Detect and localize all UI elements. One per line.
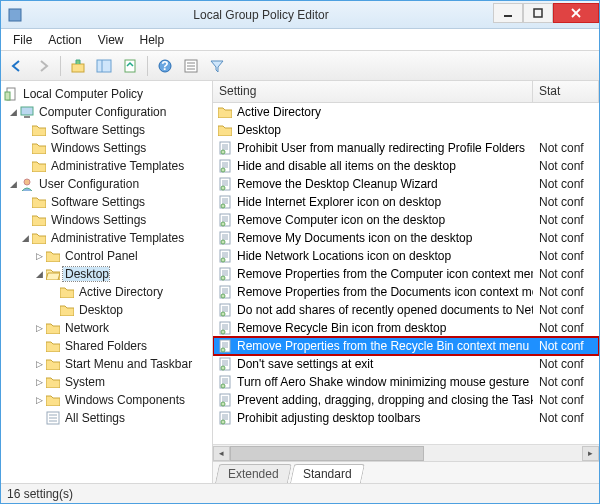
collapse-arrow-icon[interactable]: ▷ — [33, 323, 45, 333]
tree-cc-admin[interactable]: Administrative Templates — [1, 157, 212, 175]
list-item[interactable]: Desktop — [213, 121, 599, 139]
scroll-right-button[interactable]: ▸ — [582, 446, 599, 461]
list-item[interactable]: Remove Recycle Bin icon from desktopNot … — [213, 319, 599, 337]
tree-all-settings[interactable]: All Settings — [1, 409, 212, 427]
user-icon — [19, 176, 35, 192]
tab-standard[interactable]: Standard — [290, 464, 365, 483]
scroll-left-button[interactable]: ◂ — [213, 446, 230, 461]
list-item[interactable]: Don't save settings at exitNot conf — [213, 355, 599, 373]
list-item[interactable]: Remove My Documents icon on the desktopN… — [213, 229, 599, 247]
scroll-thumb[interactable] — [230, 446, 424, 461]
svg-rect-17 — [21, 107, 33, 115]
list-item[interactable]: Remove Properties from the Computer icon… — [213, 265, 599, 283]
titlebar[interactable]: Local Group Policy Editor — [1, 1, 599, 29]
svg-point-28 — [221, 150, 225, 154]
column-state[interactable]: Stat — [533, 81, 599, 102]
settings-list[interactable]: Active DirectoryDesktopProhibit User fro… — [213, 103, 599, 444]
folder-icon — [45, 320, 61, 336]
svg-point-103 — [221, 420, 225, 424]
up-button[interactable] — [66, 54, 90, 78]
maximize-button[interactable] — [523, 3, 553, 23]
menubar: File Action View Help — [1, 29, 599, 51]
folder-icon — [45, 356, 61, 372]
tree-windows-components[interactable]: ▷Windows Components — [1, 391, 212, 409]
collapse-arrow-icon[interactable]: ▷ — [33, 377, 45, 387]
menu-file[interactable]: File — [5, 31, 40, 49]
tree-control-panel[interactable]: ▷Control Panel — [1, 247, 212, 265]
svg-point-53 — [221, 240, 225, 244]
list-item[interactable]: Remove Properties from the Recycle Bin c… — [213, 337, 599, 355]
setting-name: Hide Internet Explorer icon on desktop — [237, 195, 441, 209]
body: Local Computer Policy ◢Computer Configur… — [1, 81, 599, 483]
collapse-arrow-icon[interactable]: ▷ — [33, 395, 45, 405]
tree-computer-config[interactable]: ◢Computer Configuration — [1, 103, 212, 121]
tab-extended[interactable]: Extended — [215, 464, 292, 483]
list-item[interactable]: Hide and disable all items on the deskto… — [213, 157, 599, 175]
back-button[interactable] — [5, 54, 29, 78]
forward-button[interactable] — [31, 54, 55, 78]
list-item[interactable]: Do not add shares of recently opened doc… — [213, 301, 599, 319]
tree-system[interactable]: ▷System — [1, 373, 212, 391]
list-item[interactable]: Remove Computer icon on the desktopNot c… — [213, 211, 599, 229]
tree-cc-software[interactable]: Software Settings — [1, 121, 212, 139]
close-button[interactable] — [553, 3, 599, 23]
folder-icon — [59, 302, 75, 318]
list-item[interactable]: Remove the Desktop Cleanup WizardNot con… — [213, 175, 599, 193]
list-item[interactable]: Remove Properties from the Documents ico… — [213, 283, 599, 301]
tree-uc-admin[interactable]: ◢Administrative Templates — [1, 229, 212, 247]
minimize-button[interactable] — [493, 3, 523, 23]
menu-action[interactable]: Action — [40, 31, 89, 49]
policy-icon — [217, 176, 233, 192]
list-item[interactable]: Prevent adding, dragging, dropping and c… — [213, 391, 599, 409]
list-item[interactable]: Turn off Aero Shake window minimizing mo… — [213, 373, 599, 391]
column-setting[interactable]: Setting — [213, 81, 533, 102]
svg-point-58 — [221, 258, 225, 262]
svg-point-43 — [221, 204, 225, 208]
tree-shared-folders[interactable]: Shared Folders — [1, 337, 212, 355]
collapse-arrow-icon[interactable]: ▷ — [33, 251, 45, 261]
expand-arrow-icon[interactable]: ◢ — [7, 107, 19, 117]
export-button[interactable] — [118, 54, 142, 78]
toolbar-separator — [147, 56, 148, 76]
filter-button[interactable] — [205, 54, 229, 78]
scroll-track[interactable] — [230, 446, 582, 461]
horizontal-scrollbar[interactable]: ◂ ▸ — [213, 444, 599, 461]
menu-help[interactable]: Help — [132, 31, 173, 49]
list-item[interactable]: Prohibit User from manually redirecting … — [213, 139, 599, 157]
tree-desktop[interactable]: ◢Desktop — [1, 265, 212, 283]
policy-icon — [217, 248, 233, 264]
svg-rect-0 — [9, 9, 21, 21]
expand-arrow-icon[interactable]: ◢ — [19, 233, 31, 243]
help-button[interactable]: ? — [153, 54, 177, 78]
list-item[interactable]: Hide Network Locations icon on desktopNo… — [213, 247, 599, 265]
tree-uc-software[interactable]: Software Settings — [1, 193, 212, 211]
properties-button[interactable] — [179, 54, 203, 78]
tree-user-config[interactable]: ◢User Configuration — [1, 175, 212, 193]
setting-name: Prohibit adjusting desktop toolbars — [237, 411, 420, 425]
console-tree[interactable]: Local Computer Policy ◢Computer Configur… — [1, 81, 213, 483]
expand-arrow-icon[interactable]: ◢ — [7, 179, 19, 189]
tree-cc-windows[interactable]: Windows Settings — [1, 139, 212, 157]
svg-rect-5 — [72, 64, 84, 72]
folder-icon — [31, 140, 47, 156]
folder-icon — [59, 284, 75, 300]
setting-name: Hide and disable all items on the deskto… — [237, 159, 456, 173]
svg-rect-16 — [5, 92, 10, 100]
menu-view[interactable]: View — [90, 31, 132, 49]
tree-start-menu[interactable]: ▷Start Menu and Taskbar — [1, 355, 212, 373]
list-item[interactable]: Prohibit adjusting desktop toolbarsNot c… — [213, 409, 599, 427]
tree-root[interactable]: Local Computer Policy — [1, 85, 212, 103]
toolbar-separator — [60, 56, 61, 76]
policy-icon — [217, 194, 233, 210]
tree-network[interactable]: ▷Network — [1, 319, 212, 337]
tree-desktop-desktop[interactable]: Desktop — [1, 301, 212, 319]
collapse-arrow-icon[interactable]: ▷ — [33, 359, 45, 369]
svg-point-38 — [221, 186, 225, 190]
tree-uc-windows[interactable]: Windows Settings — [1, 211, 212, 229]
list-item[interactable]: Active Directory — [213, 103, 599, 121]
list-item[interactable]: Hide Internet Explorer icon on desktopNo… — [213, 193, 599, 211]
show-hide-tree-button[interactable] — [92, 54, 116, 78]
policy-icon — [217, 302, 233, 318]
tree-desktop-ad[interactable]: Active Directory — [1, 283, 212, 301]
expand-arrow-icon[interactable]: ◢ — [33, 269, 45, 279]
